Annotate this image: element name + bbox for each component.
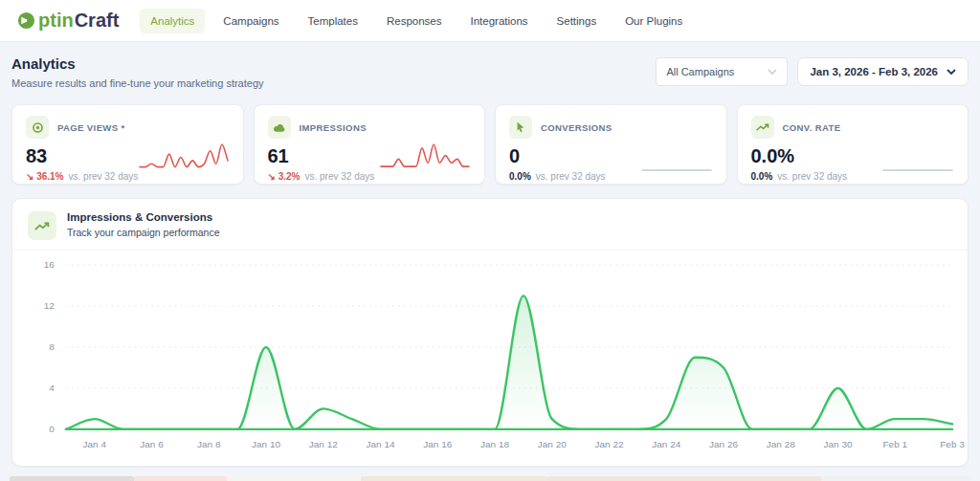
nav-item-responses[interactable]: Responses: [376, 9, 453, 33]
nav-item-integrations[interactable]: Integrations: [460, 9, 539, 33]
svg-text:Jan 10: Jan 10: [252, 439, 280, 449]
svg-text:Feb 3: Feb 3: [940, 439, 965, 449]
svg-text:Jan 24: Jan 24: [652, 439, 680, 449]
svg-text:8: 8: [49, 341, 55, 352]
stat-label: PAGE VIEWS *: [57, 122, 125, 133]
svg-text:Feb 1: Feb 1: [883, 439, 908, 449]
nav-item-templates[interactable]: Templates: [298, 9, 368, 33]
stat-compare: vs. prev 32 days: [536, 171, 606, 182]
filter-controls: All Campaigns Jan 3, 2026 - Feb 3, 2026: [656, 57, 969, 86]
chevron-down-icon: [768, 69, 777, 75]
stat-delta: ↘ 36.1%: [26, 171, 64, 182]
stats-row: PAGE VIEWS * 83 ↘ 36.1% vs. prev 32 days…: [11, 104, 969, 185]
stat-card-impressions: IMPRESSIONS 61 ↘ 3.2% vs. prev 32 days: [254, 104, 486, 185]
campaign-performance-card: Impressions & Conversions Track your cam…: [11, 198, 969, 467]
nav-item-settings[interactable]: Settings: [546, 9, 608, 33]
stat-label: IMPRESSIONS: [300, 122, 367, 133]
svg-text:4: 4: [49, 383, 55, 393]
page-subtitle: Measure results and fine-tune your marke…: [11, 77, 264, 89]
page-title: Analytics: [11, 55, 264, 72]
below-fold-fragment: [821, 476, 970, 481]
svg-text:16: 16: [44, 259, 56, 270]
svg-text:Jan 20: Jan 20: [538, 439, 567, 449]
svg-text:Jan 22: Jan 22: [595, 439, 624, 449]
nav-item-our-plugins[interactable]: Our Plugins: [614, 9, 693, 33]
stat-card-conversions: CONVERSIONS 0 0.0% vs. prev 32 days: [495, 104, 727, 185]
brand-logo[interactable]: ptin Craft: [17, 10, 119, 32]
page-header: Analytics Measure results and fine-tune …: [11, 55, 969, 89]
sparkline: [379, 139, 471, 175]
sparkline: [640, 139, 713, 175]
trend-up-icon: [751, 116, 774, 139]
svg-text:Jan 8: Jan 8: [197, 439, 221, 449]
svg-text:Jan 18: Jan 18: [480, 439, 509, 449]
chart-subtitle: Track your campaign performance: [67, 227, 220, 238]
nav-item-campaigns[interactable]: Campaigns: [212, 9, 289, 33]
main-nav: Analytics Campaigns Templates Responses …: [140, 9, 693, 33]
stat-compare: vs. prev 32 days: [304, 171, 374, 182]
svg-text:0: 0: [49, 424, 55, 434]
below-fold-fragment: [134, 476, 227, 481]
campaign-chart-svg: 0481216Jan 4Jan 6Jan 8Jan 10Jan 12Jan 14…: [12, 253, 968, 456]
stat-card-page-views: PAGE VIEWS * 83 ↘ 36.1% vs. prev 32 days: [11, 104, 244, 185]
below-fold-fragment: [547, 476, 821, 481]
date-range-picker[interactable]: Jan 3, 2026 - Feb 3, 2026: [797, 57, 969, 86]
stat-delta: ↘ 3.2%: [268, 171, 301, 182]
stat-compare: vs. prev 32 days: [69, 171, 139, 182]
date-range-value: Jan 3, 2026 - Feb 3, 2026: [810, 66, 938, 77]
svg-text:Jan 6: Jan 6: [140, 439, 164, 449]
svg-text:Jan 30: Jan 30: [824, 439, 853, 449]
svg-text:Jan 16: Jan 16: [423, 439, 452, 449]
stat-card-conv-rate: CONV. RATE 0.0% 0.0% vs. prev 32 days: [737, 104, 969, 185]
brand-name-prefix: ptin: [38, 10, 74, 32]
svg-text:12: 12: [44, 300, 56, 311]
svg-text:Jan 14: Jan 14: [367, 439, 395, 449]
below-fold-fragment: [10, 476, 134, 481]
brand-logo-icon: [17, 11, 35, 30]
stat-label: CONVERSIONS: [541, 122, 612, 133]
stat-label: CONV. RATE: [783, 122, 841, 133]
chart-title: Impressions & Conversions: [67, 211, 220, 223]
cursor-icon: [509, 116, 532, 139]
cloud-icon: [268, 116, 291, 139]
stat-delta: 0.0%: [751, 171, 773, 182]
chevron-down-icon: [947, 69, 956, 75]
trend-up-icon: [28, 211, 56, 240]
stat-compare: vs. prev 32 days: [777, 171, 847, 182]
stat-delta: 0.0%: [509, 171, 531, 182]
svg-text:Jan 4: Jan 4: [83, 439, 107, 449]
below-fold-fragment: [227, 476, 361, 481]
svg-text:Jan 12: Jan 12: [309, 439, 338, 449]
chart-header: Impressions & Conversions Track your cam…: [12, 199, 968, 251]
svg-text:Jan 26: Jan 26: [709, 439, 738, 449]
below-fold-fragment: [361, 476, 547, 481]
campaign-select-value: All Campaigns: [666, 66, 734, 77]
brand-name-suffix: Craft: [75, 10, 120, 32]
nav-item-analytics[interactable]: Analytics: [140, 9, 205, 33]
campaign-select[interactable]: All Campaigns: [656, 57, 788, 86]
sparkline: [138, 139, 230, 175]
sparkline: [881, 139, 954, 175]
top-navigation-bar: ptin Craft Analytics Campaigns Templates…: [0, 0, 980, 42]
eye-icon: [26, 116, 49, 139]
svg-text:Jan 28: Jan 28: [767, 439, 795, 449]
